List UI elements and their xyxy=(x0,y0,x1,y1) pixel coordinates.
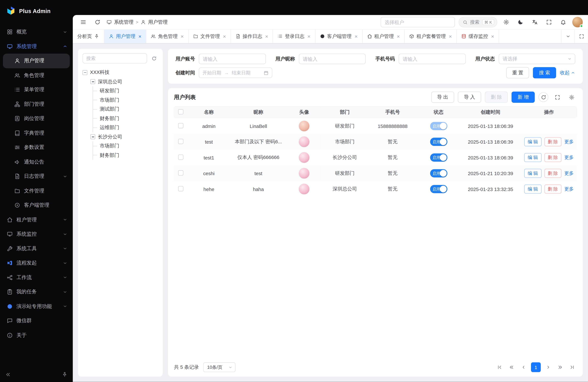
delete-row-button[interactable]: 删 除 xyxy=(544,169,561,178)
content-fullscreen-icon[interactable] xyxy=(574,30,588,43)
row-checkbox[interactable] xyxy=(178,170,183,175)
row-checkbox[interactable] xyxy=(178,139,183,144)
sidebar-item-overview[interactable]: 概览 xyxy=(0,25,73,39)
fast-next-button[interactable] xyxy=(556,363,565,372)
delete-row-button[interactable]: 删 除 xyxy=(544,137,561,146)
translate-icon[interactable] xyxy=(529,17,540,27)
sidebar-pin-icon[interactable] xyxy=(62,372,67,377)
close-tab-icon[interactable]: × xyxy=(181,34,184,39)
page-number-button[interactable]: 1 xyxy=(531,362,541,372)
notifications-bell-icon[interactable] xyxy=(558,17,568,27)
global-search-button[interactable]: 搜索 ⌘ K xyxy=(459,17,497,27)
sidebar-item-dict-management[interactable]: 字典管理 xyxy=(0,126,73,140)
search-button[interactable]: 搜 索 xyxy=(533,67,556,78)
status-toggle[interactable]: 启用 xyxy=(430,169,447,177)
refresh-page-icon[interactable] xyxy=(92,17,103,27)
close-tab-icon[interactable]: × xyxy=(397,34,400,39)
row-checkbox[interactable] xyxy=(178,186,183,191)
edit-button[interactable]: 编 辑 xyxy=(524,185,541,194)
sidebar-item-system-monitor[interactable]: 系统监控 xyxy=(0,227,73,241)
sidebar-item-system-tools[interactable]: 系统工具 xyxy=(0,241,73,256)
table-fullscreen-icon[interactable] xyxy=(552,92,563,102)
sidebar-item-client-management[interactable]: 客户端管理 xyxy=(0,198,73,212)
sidebar-item-param-settings[interactable]: 参数设置 xyxy=(0,140,73,155)
last-page-button[interactable] xyxy=(568,363,577,372)
page-size-select[interactable]: 10条/页 xyxy=(203,362,235,372)
close-tab-icon[interactable]: × xyxy=(265,34,268,39)
sidebar-item-log-management[interactable]: 日志管理 xyxy=(0,169,73,184)
tab-user-management[interactable]: 用户管理× xyxy=(104,30,146,43)
tab-operation-log[interactable]: 操作日志× xyxy=(231,30,273,43)
tree-node-branch[interactable]: 深圳总公司 xyxy=(90,77,158,86)
tab-list-dropdown-icon[interactable] xyxy=(561,30,575,43)
sidebar-item-file-management[interactable]: 文件管理 xyxy=(0,184,73,198)
collapse-node-icon[interactable] xyxy=(90,79,95,84)
more-link[interactable]: 更多 xyxy=(564,186,574,192)
collapse-node-icon[interactable] xyxy=(90,134,95,139)
nickname-input[interactable] xyxy=(299,54,366,64)
account-input[interactable] xyxy=(199,54,266,64)
close-tab-icon[interactable]: × xyxy=(223,34,226,39)
status-toggle[interactable]: 启用 xyxy=(430,153,447,162)
dark-mode-moon-icon[interactable] xyxy=(515,17,526,27)
close-tab-icon[interactable]: × xyxy=(491,34,494,39)
date-range-picker[interactable]: 开始日期 → 结束日期 xyxy=(199,67,272,78)
sidebar-item-notice[interactable]: 通知公告 xyxy=(0,155,73,169)
hamburger-menu-icon[interactable] xyxy=(78,17,88,27)
tree-node-branch[interactable]: 长沙分公司 xyxy=(90,132,158,141)
row-checkbox[interactable] xyxy=(178,154,183,160)
more-link[interactable]: 更多 xyxy=(564,170,574,176)
phone-input[interactable] xyxy=(399,54,466,64)
close-tab-icon[interactable]: × xyxy=(138,34,142,39)
more-link[interactable]: 更多 xyxy=(564,154,574,161)
tree-refresh-icon[interactable] xyxy=(150,54,158,63)
delete-row-button[interactable]: 删 除 xyxy=(544,153,561,162)
prev-page-button[interactable] xyxy=(519,363,528,372)
close-tab-icon[interactable]: × xyxy=(449,34,452,39)
app-logo[interactable]: Plus Admin xyxy=(0,0,73,22)
edit-button[interactable]: 编 辑 xyxy=(524,169,541,178)
status-toggle[interactable]: 启用 xyxy=(430,185,447,193)
add-button[interactable]: 新 增 xyxy=(512,91,535,103)
status-toggle[interactable]: 启用 xyxy=(430,138,447,146)
first-page-button[interactable] xyxy=(495,363,504,372)
sidebar-item-system-management[interactable]: 系统管理 xyxy=(0,39,73,54)
delete-row-button[interactable]: 删 除 xyxy=(544,185,561,194)
sidebar-item-wechat-group[interactable]: 微信群 xyxy=(0,314,73,328)
tab-tenant-package[interactable]: 租户套餐管理× xyxy=(405,30,457,43)
edit-button[interactable]: 编 辑 xyxy=(524,153,541,162)
close-tab-icon[interactable]: × xyxy=(355,34,358,39)
sidebar-item-post-management[interactable]: 岗位管理 xyxy=(0,111,73,126)
select-all-checkbox[interactable] xyxy=(178,109,183,114)
edit-button[interactable]: 编 辑 xyxy=(524,137,541,146)
status-select[interactable]: 请选择 xyxy=(499,54,575,64)
sidebar-item-my-tasks[interactable]: 我的任务 xyxy=(0,285,73,299)
column-settings-icon[interactable] xyxy=(566,92,577,102)
tree-node-leaf[interactable]: 市场部门 xyxy=(93,142,158,151)
tab-analysis[interactable]: 分析页 xyxy=(73,30,104,43)
delete-button[interactable]: 删 除 xyxy=(485,91,508,103)
tab-cache-monitor[interactable]: 缓存监控× xyxy=(457,30,499,43)
tree-node-leaf[interactable]: 测试部门 xyxy=(93,105,158,114)
next-page-button[interactable] xyxy=(544,363,553,372)
tree-node-leaf[interactable]: 市场部门 xyxy=(93,95,158,105)
breadcrumb-root[interactable]: 系统管理 xyxy=(114,19,133,25)
export-button[interactable]: 导 出 xyxy=(431,91,454,103)
tab-client-management[interactable]: 客户端管理× xyxy=(315,30,363,43)
collapse-sidebar-icon[interactable] xyxy=(5,372,11,377)
user-avatar[interactable] xyxy=(572,17,583,27)
fullscreen-icon[interactable] xyxy=(544,17,554,27)
sidebar-item-about[interactable]: 关于 xyxy=(0,328,73,342)
more-link[interactable]: 更多 xyxy=(564,139,574,145)
tree-node-root[interactable]: XXX科技 xyxy=(83,68,158,77)
sidebar-item-workflow[interactable]: 工作流 xyxy=(0,270,73,285)
reset-button[interactable]: 重 置 xyxy=(506,67,529,78)
sidebar-item-demo-features[interactable]: 演示站专用功能 xyxy=(0,299,73,314)
settings-gear-icon[interactable] xyxy=(501,17,511,27)
tree-node-leaf[interactable]: 运维部门 xyxy=(93,123,158,132)
sidebar-item-menu-management[interactable]: 菜单管理 xyxy=(0,83,73,97)
collapse-node-icon[interactable] xyxy=(83,70,87,75)
sidebar-item-dept-management[interactable]: 部门管理 xyxy=(0,97,73,111)
table-refresh-icon[interactable] xyxy=(539,92,548,102)
tree-node-leaf[interactable]: 研发部门 xyxy=(93,86,158,95)
